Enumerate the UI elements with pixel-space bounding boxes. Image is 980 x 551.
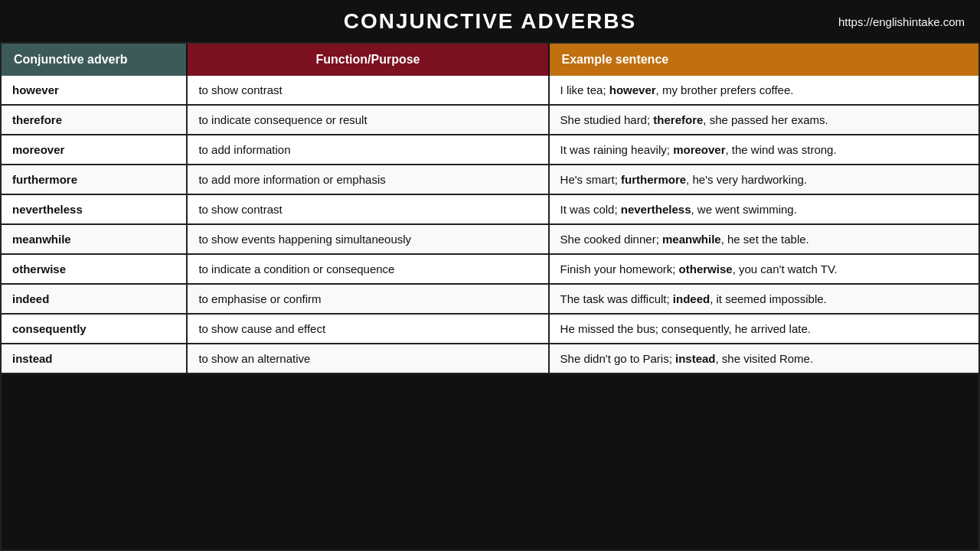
cell-adverb: nevertheless: [2, 194, 187, 224]
header-url: https://englishintake.com: [838, 15, 965, 28]
cell-example: He missed the bus; consequently, he arri…: [549, 314, 978, 344]
cell-function: to show events happening simultaneously: [187, 224, 548, 254]
cell-function: to add more information or emphasis: [187, 165, 548, 194]
cell-adverb: therefore: [2, 105, 187, 135]
table-body: howeverto show contrastI like tea; howev…: [2, 76, 978, 373]
table-row: indeedto emphasise or confirmThe task wa…: [2, 284, 978, 314]
cell-function: to add information: [187, 135, 548, 165]
cell-adverb: consequently: [2, 314, 187, 344]
table-row: furthermoreto add more information or em…: [2, 165, 978, 194]
col-header-adverb: Conjunctive adverb: [2, 44, 187, 76]
cell-adverb: moreover: [2, 135, 187, 165]
col-header-function: Function/Purpose: [187, 44, 548, 76]
cell-example: It was cold; nevertheless, we went swimm…: [549, 194, 978, 224]
cell-adverb: however: [2, 76, 187, 105]
cell-adverb: furthermore: [2, 165, 187, 194]
table-row: meanwhileto show events happening simult…: [2, 224, 978, 254]
table-row: consequentlyto show cause and effectHe m…: [2, 314, 978, 344]
page-title: CONJUNCTIVE ADVERBS: [344, 9, 636, 34]
cell-function: to indicate consequence or result: [187, 105, 548, 135]
cell-example: She didn't go to Paris; instead, she vis…: [549, 344, 978, 373]
cell-example: She studied hard; therefore, she passed …: [549, 105, 978, 135]
table-row: insteadto show an alternativeShe didn't …: [2, 344, 978, 373]
cell-adverb: indeed: [2, 284, 187, 314]
table-container: Conjunctive adverb Function/Purpose Exam…: [0, 42, 980, 551]
table-row: otherwiseto indicate a condition or cons…: [2, 254, 978, 284]
cell-example: I like tea; however, my brother prefers …: [549, 76, 978, 105]
cell-function: to show contrast: [187, 76, 548, 105]
cell-adverb: meanwhile: [2, 224, 187, 254]
main-table: Conjunctive adverb Function/Purpose Exam…: [2, 44, 978, 374]
table-header-row: Conjunctive adverb Function/Purpose Exam…: [2, 44, 978, 76]
header: CONJUNCTIVE ADVERBS https://englishintak…: [0, 0, 980, 42]
cell-example: Finish your homework; otherwise, you can…: [549, 254, 978, 284]
cell-example: She cooked dinner; meanwhile, he set the…: [549, 224, 978, 254]
cell-adverb: instead: [2, 344, 187, 373]
cell-example: The task was difficult; indeed, it seeme…: [549, 284, 978, 314]
cell-function: to show contrast: [187, 194, 548, 224]
page-wrapper: CONJUNCTIVE ADVERBS https://englishintak…: [0, 0, 980, 551]
cell-function: to show cause and effect: [187, 314, 548, 344]
cell-example: He's smart; furthermore, he's very hardw…: [549, 165, 978, 194]
col-header-example: Example sentence: [549, 44, 978, 76]
cell-example: It was raining heavily; moreover, the wi…: [549, 135, 978, 165]
table-row: moreoverto add informationIt was raining…: [2, 135, 978, 165]
table-row: neverthelessto show contrastIt was cold;…: [2, 194, 978, 224]
cell-function: to show an alternative: [187, 344, 548, 373]
table-row: howeverto show contrastI like tea; howev…: [2, 76, 978, 105]
cell-function: to emphasise or confirm: [187, 284, 548, 314]
table-row: thereforeto indicate consequence or resu…: [2, 105, 978, 135]
cell-adverb: otherwise: [2, 254, 187, 284]
cell-function: to indicate a condition or consequence: [187, 254, 548, 284]
